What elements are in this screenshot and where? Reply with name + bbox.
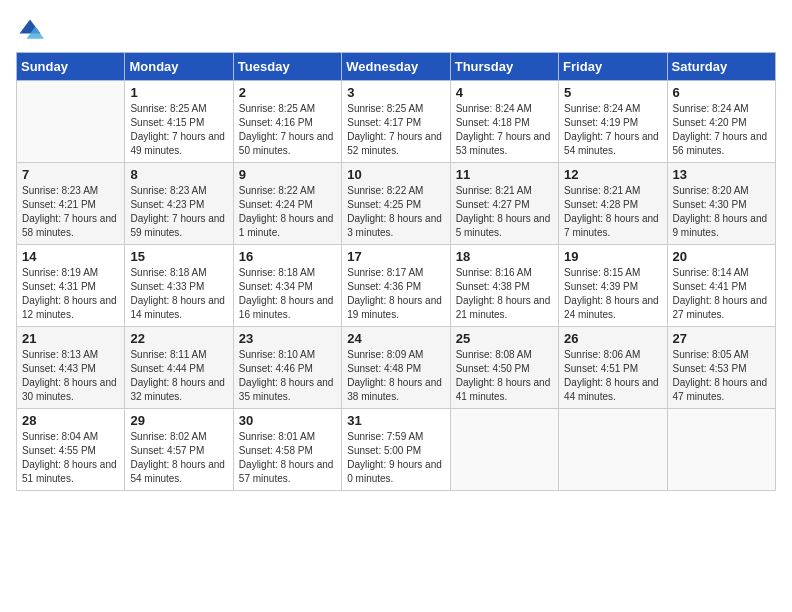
calendar-cell [17, 81, 125, 163]
cell-info: Sunrise: 8:20 AMSunset: 4:30 PMDaylight:… [673, 184, 770, 240]
day-number: 14 [22, 249, 119, 264]
calendar-cell: 23Sunrise: 8:10 AMSunset: 4:46 PMDayligh… [233, 327, 341, 409]
day-header-saturday: Saturday [667, 53, 775, 81]
day-number: 8 [130, 167, 227, 182]
cell-info: Sunrise: 8:25 AMSunset: 4:15 PMDaylight:… [130, 102, 227, 158]
cell-info: Sunrise: 8:25 AMSunset: 4:17 PMDaylight:… [347, 102, 444, 158]
day-number: 22 [130, 331, 227, 346]
cell-info: Sunrise: 8:10 AMSunset: 4:46 PMDaylight:… [239, 348, 336, 404]
cell-info: Sunrise: 8:15 AMSunset: 4:39 PMDaylight:… [564, 266, 661, 322]
week-row-5: 28Sunrise: 8:04 AMSunset: 4:55 PMDayligh… [17, 409, 776, 491]
calendar-cell: 5Sunrise: 8:24 AMSunset: 4:19 PMDaylight… [559, 81, 667, 163]
calendar-cell: 28Sunrise: 8:04 AMSunset: 4:55 PMDayligh… [17, 409, 125, 491]
day-number: 30 [239, 413, 336, 428]
logo-icon [16, 16, 44, 44]
day-number: 15 [130, 249, 227, 264]
page-header [16, 16, 776, 44]
day-number: 18 [456, 249, 553, 264]
day-number: 9 [239, 167, 336, 182]
day-number: 1 [130, 85, 227, 100]
cell-info: Sunrise: 8:24 AMSunset: 4:19 PMDaylight:… [564, 102, 661, 158]
calendar-cell: 16Sunrise: 8:18 AMSunset: 4:34 PMDayligh… [233, 245, 341, 327]
day-header-thursday: Thursday [450, 53, 558, 81]
calendar-cell: 14Sunrise: 8:19 AMSunset: 4:31 PMDayligh… [17, 245, 125, 327]
day-header-tuesday: Tuesday [233, 53, 341, 81]
week-row-4: 21Sunrise: 8:13 AMSunset: 4:43 PMDayligh… [17, 327, 776, 409]
calendar-cell: 24Sunrise: 8:09 AMSunset: 4:48 PMDayligh… [342, 327, 450, 409]
cell-info: Sunrise: 8:18 AMSunset: 4:34 PMDaylight:… [239, 266, 336, 322]
calendar-cell: 3Sunrise: 8:25 AMSunset: 4:17 PMDaylight… [342, 81, 450, 163]
cell-info: Sunrise: 8:08 AMSunset: 4:50 PMDaylight:… [456, 348, 553, 404]
day-header-monday: Monday [125, 53, 233, 81]
cell-info: Sunrise: 8:16 AMSunset: 4:38 PMDaylight:… [456, 266, 553, 322]
header-row: SundayMondayTuesdayWednesdayThursdayFrid… [17, 53, 776, 81]
day-number: 13 [673, 167, 770, 182]
calendar-cell: 7Sunrise: 8:23 AMSunset: 4:21 PMDaylight… [17, 163, 125, 245]
day-number: 6 [673, 85, 770, 100]
calendar-cell: 17Sunrise: 8:17 AMSunset: 4:36 PMDayligh… [342, 245, 450, 327]
calendar-cell: 12Sunrise: 8:21 AMSunset: 4:28 PMDayligh… [559, 163, 667, 245]
calendar-cell: 2Sunrise: 8:25 AMSunset: 4:16 PMDaylight… [233, 81, 341, 163]
cell-info: Sunrise: 8:23 AMSunset: 4:21 PMDaylight:… [22, 184, 119, 240]
day-header-sunday: Sunday [17, 53, 125, 81]
day-number: 12 [564, 167, 661, 182]
calendar-cell: 26Sunrise: 8:06 AMSunset: 4:51 PMDayligh… [559, 327, 667, 409]
calendar-cell: 21Sunrise: 8:13 AMSunset: 4:43 PMDayligh… [17, 327, 125, 409]
calendar-cell [667, 409, 775, 491]
calendar-cell: 22Sunrise: 8:11 AMSunset: 4:44 PMDayligh… [125, 327, 233, 409]
cell-info: Sunrise: 8:11 AMSunset: 4:44 PMDaylight:… [130, 348, 227, 404]
day-number: 10 [347, 167, 444, 182]
cell-info: Sunrise: 8:05 AMSunset: 4:53 PMDaylight:… [673, 348, 770, 404]
cell-info: Sunrise: 8:06 AMSunset: 4:51 PMDaylight:… [564, 348, 661, 404]
calendar-cell: 13Sunrise: 8:20 AMSunset: 4:30 PMDayligh… [667, 163, 775, 245]
cell-info: Sunrise: 8:02 AMSunset: 4:57 PMDaylight:… [130, 430, 227, 486]
day-number: 25 [456, 331, 553, 346]
calendar-cell: 15Sunrise: 8:18 AMSunset: 4:33 PMDayligh… [125, 245, 233, 327]
calendar-cell: 4Sunrise: 8:24 AMSunset: 4:18 PMDaylight… [450, 81, 558, 163]
cell-info: Sunrise: 7:59 AMSunset: 5:00 PMDaylight:… [347, 430, 444, 486]
day-header-wednesday: Wednesday [342, 53, 450, 81]
week-row-3: 14Sunrise: 8:19 AMSunset: 4:31 PMDayligh… [17, 245, 776, 327]
calendar-cell: 25Sunrise: 8:08 AMSunset: 4:50 PMDayligh… [450, 327, 558, 409]
calendar-cell: 27Sunrise: 8:05 AMSunset: 4:53 PMDayligh… [667, 327, 775, 409]
calendar-table: SundayMondayTuesdayWednesdayThursdayFrid… [16, 52, 776, 491]
calendar-cell: 29Sunrise: 8:02 AMSunset: 4:57 PMDayligh… [125, 409, 233, 491]
day-number: 7 [22, 167, 119, 182]
cell-info: Sunrise: 8:24 AMSunset: 4:18 PMDaylight:… [456, 102, 553, 158]
day-number: 16 [239, 249, 336, 264]
day-number: 28 [22, 413, 119, 428]
day-number: 24 [347, 331, 444, 346]
cell-info: Sunrise: 8:14 AMSunset: 4:41 PMDaylight:… [673, 266, 770, 322]
day-number: 5 [564, 85, 661, 100]
calendar-cell: 18Sunrise: 8:16 AMSunset: 4:38 PMDayligh… [450, 245, 558, 327]
calendar-cell: 1Sunrise: 8:25 AMSunset: 4:15 PMDaylight… [125, 81, 233, 163]
calendar-cell: 31Sunrise: 7:59 AMSunset: 5:00 PMDayligh… [342, 409, 450, 491]
cell-info: Sunrise: 8:24 AMSunset: 4:20 PMDaylight:… [673, 102, 770, 158]
calendar-cell: 20Sunrise: 8:14 AMSunset: 4:41 PMDayligh… [667, 245, 775, 327]
cell-info: Sunrise: 8:01 AMSunset: 4:58 PMDaylight:… [239, 430, 336, 486]
calendar-cell: 10Sunrise: 8:22 AMSunset: 4:25 PMDayligh… [342, 163, 450, 245]
calendar-cell: 9Sunrise: 8:22 AMSunset: 4:24 PMDaylight… [233, 163, 341, 245]
logo [16, 16, 48, 44]
cell-info: Sunrise: 8:21 AMSunset: 4:28 PMDaylight:… [564, 184, 661, 240]
day-number: 17 [347, 249, 444, 264]
calendar-cell: 11Sunrise: 8:21 AMSunset: 4:27 PMDayligh… [450, 163, 558, 245]
day-number: 31 [347, 413, 444, 428]
calendar-cell: 19Sunrise: 8:15 AMSunset: 4:39 PMDayligh… [559, 245, 667, 327]
cell-info: Sunrise: 8:09 AMSunset: 4:48 PMDaylight:… [347, 348, 444, 404]
cell-info: Sunrise: 8:22 AMSunset: 4:24 PMDaylight:… [239, 184, 336, 240]
day-number: 11 [456, 167, 553, 182]
cell-info: Sunrise: 8:19 AMSunset: 4:31 PMDaylight:… [22, 266, 119, 322]
cell-info: Sunrise: 8:13 AMSunset: 4:43 PMDaylight:… [22, 348, 119, 404]
calendar-cell: 6Sunrise: 8:24 AMSunset: 4:20 PMDaylight… [667, 81, 775, 163]
day-header-friday: Friday [559, 53, 667, 81]
calendar-cell [559, 409, 667, 491]
day-number: 21 [22, 331, 119, 346]
day-number: 2 [239, 85, 336, 100]
cell-info: Sunrise: 8:04 AMSunset: 4:55 PMDaylight:… [22, 430, 119, 486]
cell-info: Sunrise: 8:17 AMSunset: 4:36 PMDaylight:… [347, 266, 444, 322]
day-number: 23 [239, 331, 336, 346]
cell-info: Sunrise: 8:18 AMSunset: 4:33 PMDaylight:… [130, 266, 227, 322]
day-number: 26 [564, 331, 661, 346]
calendar-cell: 30Sunrise: 8:01 AMSunset: 4:58 PMDayligh… [233, 409, 341, 491]
